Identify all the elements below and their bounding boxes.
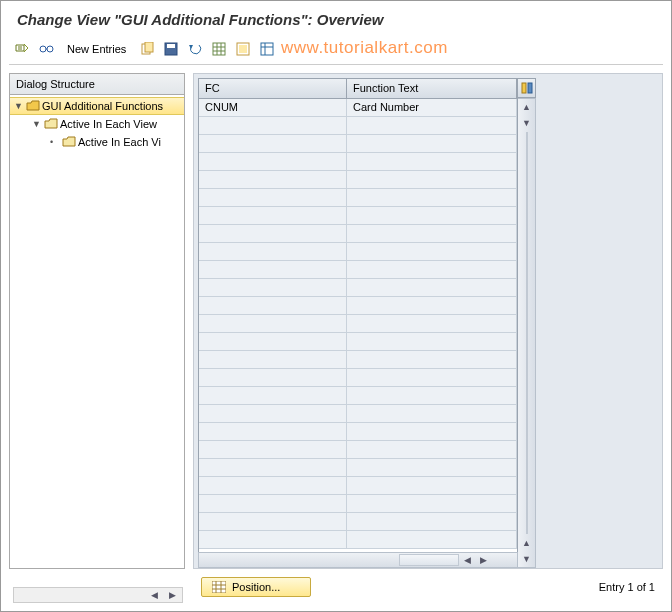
- svg-rect-9: [261, 43, 273, 55]
- column-header-fc[interactable]: FC: [199, 79, 347, 98]
- scroll-up-icon[interactable]: ▲: [519, 535, 535, 551]
- bottom-bar: Position... Entry 1 of 1: [201, 577, 655, 597]
- grid-header: FC Function Text: [199, 79, 517, 99]
- svg-rect-8: [239, 45, 247, 53]
- folder-icon: [44, 118, 58, 130]
- tree-label: Active In Each View: [60, 118, 157, 130]
- page-title: Change View "GUI Additional Functions": …: [1, 1, 671, 36]
- tree-label: Active In Each Vi: [78, 136, 161, 148]
- tree: ▼ GUI Additional Functions ▼ Active In E…: [10, 95, 184, 568]
- cell-fc[interactable]: CNUM: [199, 99, 347, 116]
- position-button[interactable]: Position...: [201, 577, 311, 597]
- new-entries-button[interactable]: New Entries: [61, 43, 132, 55]
- main-area: Dialog Structure ▼ GUI Additional Functi…: [1, 65, 671, 569]
- vertical-scrollbar[interactable]: ▲ ▼ ▲ ▼: [518, 98, 536, 568]
- tree-label: GUI Additional Functions: [42, 100, 163, 112]
- svg-rect-5: [167, 44, 175, 48]
- svg-rect-6: [213, 43, 225, 55]
- scroll-thumb[interactable]: [526, 132, 528, 534]
- status-text: Entry 1 of 1: [599, 581, 655, 593]
- watermark-text: www.tutorialkart.com: [281, 38, 448, 58]
- table-small-icon: [212, 581, 226, 593]
- deselect-icon[interactable]: [258, 40, 276, 58]
- scroll-down-icon[interactable]: ▼: [519, 551, 535, 567]
- tool-icon-1[interactable]: [13, 40, 31, 58]
- copy-icon[interactable]: [138, 40, 156, 58]
- grid-panel: FC Function Text CNUM Card Number: [193, 73, 663, 569]
- cell-function-text[interactable]: Card Number: [347, 99, 517, 116]
- scroll-up-icon[interactable]: ▲: [519, 99, 535, 115]
- select-all-icon[interactable]: [234, 40, 252, 58]
- tree-node-active-in-each-view-child[interactable]: • Active In Each Vi: [10, 133, 184, 151]
- svg-point-0: [40, 46, 46, 52]
- svg-rect-11: [528, 83, 532, 93]
- dialog-structure-panel: Dialog Structure ▼ GUI Additional Functi…: [9, 73, 185, 569]
- scroll-right-icon[interactable]: ▶: [164, 587, 180, 603]
- save-icon[interactable]: [162, 40, 180, 58]
- svg-point-1: [47, 46, 53, 52]
- data-grid: FC Function Text CNUM Card Number: [198, 78, 518, 568]
- horizontal-scrollbar[interactable]: ◀ ▶: [198, 552, 518, 568]
- scroll-right-icon[interactable]: ▶: [475, 552, 491, 568]
- folder-icon: [62, 136, 76, 148]
- table-icon[interactable]: [210, 40, 228, 58]
- scroll-down-icon[interactable]: ▼: [519, 115, 535, 131]
- toolbar: New Entries www.tutorialkart.com: [1, 36, 671, 64]
- position-label: Position...: [232, 581, 280, 593]
- undo-icon[interactable]: [186, 40, 204, 58]
- expander-icon[interactable]: ▼: [32, 119, 42, 129]
- expander-icon[interactable]: ▼: [14, 101, 24, 111]
- scroll-left-icon[interactable]: ◀: [146, 587, 162, 603]
- configure-columns-icon[interactable]: [518, 78, 536, 98]
- svg-rect-3: [145, 42, 153, 52]
- svg-rect-12: [212, 581, 226, 593]
- scroll-left-icon[interactable]: ◀: [459, 552, 475, 568]
- bullet-icon: •: [50, 137, 60, 147]
- tree-node-active-in-each-view[interactable]: ▼ Active In Each View: [10, 115, 184, 133]
- svg-rect-10: [522, 83, 526, 93]
- column-header-function-text[interactable]: Function Text: [347, 79, 517, 98]
- glasses-icon[interactable]: [37, 40, 55, 58]
- folder-open-icon: [26, 100, 40, 112]
- tree-node-gui-additional-functions[interactable]: ▼ GUI Additional Functions: [10, 97, 184, 115]
- left-horizontal-scrollbar[interactable]: ◀ ▶: [13, 587, 183, 603]
- tree-header: Dialog Structure: [10, 74, 184, 95]
- grid-body: CNUM Card Number: [199, 99, 517, 551]
- table-row[interactable]: CNUM Card Number: [199, 99, 517, 117]
- scroll-thumb[interactable]: [399, 554, 459, 566]
